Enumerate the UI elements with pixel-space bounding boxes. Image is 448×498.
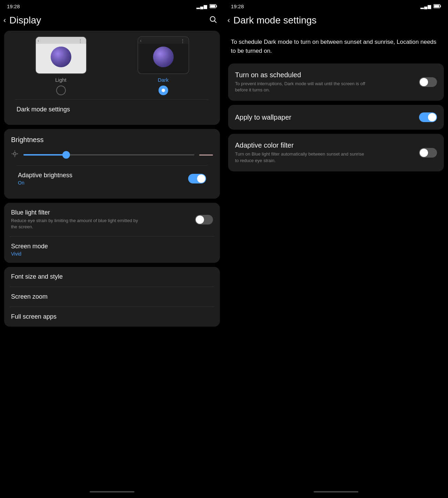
- screen-mode-status: Vivid: [11, 251, 48, 257]
- dark-label: Dark: [158, 77, 169, 83]
- scheduled-title: Turn on as scheduled: [235, 71, 366, 79]
- svg-point-5: [13, 152, 16, 155]
- toggle-knob-adaptive: [197, 175, 205, 183]
- slider-end: [199, 155, 213, 156]
- blue-filter-toggle[interactable]: [195, 215, 213, 225]
- full-screen-item[interactable]: Full screen apps: [4, 307, 220, 327]
- wallpaper-left: Apply to wallpaper: [235, 113, 291, 121]
- light-label: Light: [55, 77, 67, 83]
- adaptive-brightness-status: On: [18, 180, 72, 186]
- misc-card: Font size and style Screen zoom Full scr…: [4, 267, 220, 327]
- toggle-knob-wallpaper: [428, 113, 436, 121]
- svg-rect-11: [440, 6, 441, 7]
- preview-header-dark: ‹ ⋮: [138, 37, 189, 44]
- slider-thumb[interactable]: [62, 151, 70, 159]
- time-right: 19:28: [231, 3, 244, 9]
- header-left: ‹ Display: [0, 11, 224, 31]
- header-right: ‹ Dark mode settings: [224, 11, 448, 31]
- preview-sphere-dark: [153, 47, 174, 67]
- left-panel: 19:28 ▂▄▆ ‹ Display: [0, 0, 224, 498]
- svg-point-3: [210, 17, 215, 21]
- right-panel: 19:28 ▂▄▆ ‹ Dark mode settings To schedu…: [224, 0, 448, 498]
- color-filter-sub: Turn on Blue light filter automatically …: [235, 151, 366, 163]
- signal-icon-left: ▂▄▆: [196, 4, 207, 9]
- toggle-knob-color-filter: [420, 149, 428, 157]
- scheduled-left: Turn on as scheduled To prevent interrup…: [235, 71, 366, 93]
- color-filter-item[interactable]: Adaptive color filter Turn on Blue light…: [228, 134, 444, 171]
- adaptive-brightness-title: Adaptive brightness: [18, 172, 72, 179]
- blue-light-left: Blue light filter Reduce eye strain by l…: [11, 209, 142, 230]
- page-title-left: Display: [9, 15, 209, 26]
- scheduled-item[interactable]: Turn on as scheduled To prevent interrup…: [228, 63, 444, 101]
- screen-mode-title: Screen mode: [11, 243, 48, 250]
- blue-filter-sub: Reduce eye strain by limiting the amount…: [11, 218, 142, 230]
- status-icons-right: ▂▄▆: [420, 3, 441, 9]
- radio-dark-inner: [162, 89, 165, 92]
- wallpaper-card: Apply to wallpaper: [228, 105, 444, 130]
- blue-filter-title: Blue light filter: [11, 209, 142, 216]
- status-icons-left: ▂▄▆: [196, 3, 217, 9]
- theme-option-dark[interactable]: ‹ ⋮ Dark: [138, 36, 189, 95]
- svg-line-4: [215, 21, 217, 23]
- adaptive-brightness-left: Adaptive brightness On: [18, 172, 72, 186]
- time-left: 19:28: [7, 3, 20, 9]
- adaptive-brightness-toggle[interactable]: [188, 174, 206, 183]
- brightness-card: Brightness: [4, 129, 220, 199]
- left-scroll-area: ‹ ⋮ Light ‹ ⋮: [0, 31, 224, 491]
- status-bar-right: 19:28 ▂▄▆: [224, 0, 448, 11]
- battery-icon-left: [210, 3, 217, 9]
- back-button-left[interactable]: ‹: [3, 16, 6, 25]
- dark-preview: ‹ ⋮: [138, 36, 189, 74]
- slider-fill: [23, 154, 66, 156]
- signal-icon-right: ▂▄▆: [420, 4, 431, 9]
- wallpaper-title: Apply to wallpaper: [235, 113, 291, 121]
- brightness-slider[interactable]: [23, 154, 194, 156]
- brightness-row: [11, 150, 213, 160]
- search-button[interactable]: [209, 15, 217, 26]
- theme-card: ‹ ⋮ Light ‹ ⋮: [4, 31, 220, 125]
- toggle-knob-scheduled: [420, 78, 428, 86]
- preview-sphere-light: [51, 47, 71, 67]
- screen-mode-item[interactable]: Screen mode Vivid: [4, 237, 220, 263]
- svg-rect-1: [216, 6, 217, 7]
- blue-light-filter-item[interactable]: Blue light filter Reduce eye strain by l…: [4, 203, 220, 236]
- color-filter-toggle[interactable]: [419, 148, 437, 158]
- bottom-bar-left: [90, 491, 134, 492]
- radio-dark[interactable]: [159, 86, 168, 95]
- adaptive-brightness-item[interactable]: Adaptive brightness On: [11, 166, 213, 192]
- back-button-right[interactable]: ‹: [227, 16, 230, 25]
- radio-light[interactable]: [56, 86, 66, 95]
- font-size-item[interactable]: Font size and style: [4, 267, 220, 287]
- scheduled-toggle[interactable]: [419, 77, 437, 87]
- brightness-low-icon: [11, 150, 19, 160]
- brightness-title: Brightness: [11, 136, 213, 144]
- wallpaper-toggle[interactable]: [419, 112, 437, 122]
- color-filter-title: Adaptive color filter: [235, 141, 366, 149]
- light-preview: ‹ ⋮: [35, 36, 87, 74]
- scheduled-card: Turn on as scheduled To prevent interrup…: [228, 63, 444, 101]
- preview-header-light: ‹ ⋮: [36, 37, 86, 44]
- theme-option-light[interactable]: ‹ ⋮ Light: [35, 36, 87, 95]
- preview-dots-dark: ⋮: [180, 38, 185, 44]
- color-filter-card: Adaptive color filter Turn on Blue light…: [228, 134, 444, 171]
- status-bar-left: 19:28 ▂▄▆: [0, 0, 224, 11]
- svg-rect-12: [434, 5, 439, 8]
- preview-dots-light: ⋮: [78, 38, 83, 44]
- wallpaper-item[interactable]: Apply to wallpaper: [228, 105, 444, 130]
- preview-chevron-light: ‹: [38, 38, 39, 43]
- battery-icon-right: [434, 3, 441, 9]
- dark-mode-description: To schedule Dark mode to turn on between…: [224, 31, 448, 63]
- theme-options: ‹ ⋮ Light ‹ ⋮: [10, 36, 214, 95]
- color-filter-left: Adaptive color filter Turn on Blue light…: [235, 141, 366, 163]
- preview-chevron-dark: ‹: [140, 38, 142, 43]
- svg-rect-2: [210, 5, 215, 8]
- screen-mode-left: Screen mode Vivid: [11, 243, 48, 257]
- toggle-knob-blue: [196, 216, 204, 224]
- filter-card: Blue light filter Reduce eye strain by l…: [4, 203, 220, 263]
- screen-zoom-item[interactable]: Screen zoom: [4, 287, 220, 307]
- dark-mode-settings-link[interactable]: Dark mode settings: [10, 100, 214, 119]
- scheduled-sub: To prevent interruptions, Dark mode will…: [235, 81, 366, 93]
- page-title-right: Dark mode settings: [233, 15, 441, 26]
- bottom-bar-right: [314, 491, 358, 492]
